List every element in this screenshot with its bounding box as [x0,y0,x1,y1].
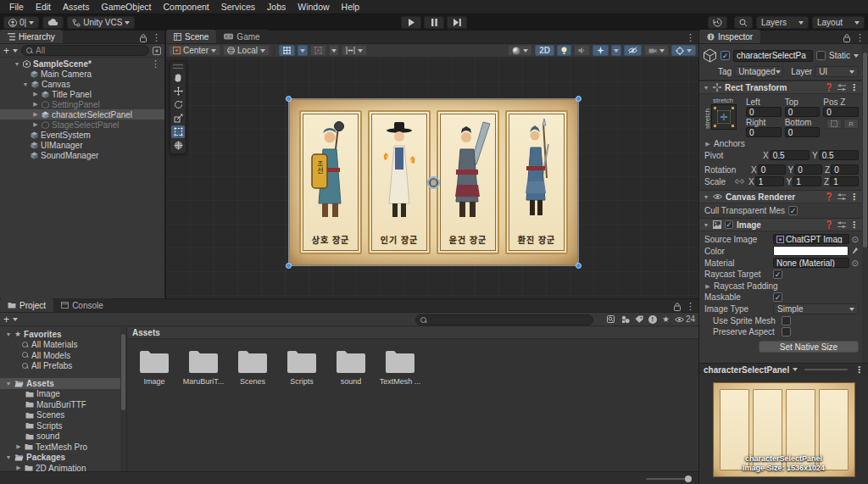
rect-handle-topleft[interactable] [286,96,292,102]
menu-gameobject[interactable]: GameObject [96,2,158,12]
rotation-z-field[interactable]: 0 [831,164,859,175]
packages-root-row[interactable]: ▼ Packages [0,453,126,464]
scale-x-field[interactable]: 1 [755,176,784,186]
foldout-expanded-icon[interactable]: ▼ [5,331,12,337]
posz-field[interactable]: 0 [823,107,859,117]
eyedropper-icon[interactable] [851,247,859,255]
hierarchy-row-selected[interactable]: ▶ characterSelectPanel [0,109,164,120]
static-checkbox[interactable] [816,51,826,60]
foldout-expanded-icon[interactable]: ▼ [22,81,29,87]
preview-header[interactable]: characterSelectPanel ⋮ [699,363,868,376]
inspector-menu-icon[interactable]: ⋮ [855,32,865,43]
raycast-padding-foldout[interactable]: ▶ Raycast Padding [699,280,862,292]
tree-folder[interactable]: Scripts [0,420,126,431]
presets-icon[interactable] [837,221,846,229]
grid-snap-dropdown[interactable] [298,45,308,56]
active-checkbox[interactable]: ✓ [721,51,730,60]
rect-handle-bottomleft[interactable] [286,263,292,269]
component-menu-icon[interactable]: ⋮ [849,220,859,231]
menu-file[interactable]: File [3,2,30,12]
object-picker-icon[interactable]: ⊙ [852,259,859,268]
asset-folder[interactable]: Image [137,349,171,386]
label-icon[interactable] [635,315,643,323]
camera-settings-dropdown[interactable] [644,45,669,56]
menu-assets[interactable]: Assets [57,2,96,12]
foldout-collapsed-icon[interactable]: ▶ [15,465,22,471]
component-menu-icon[interactable]: ⋮ [849,192,859,203]
chevron-down-icon[interactable] [13,318,18,321]
scene-canvas[interactable]: 조선 상호 장군 [166,58,698,298]
raw-edit-button[interactable]: R [843,119,859,129]
character-name[interactable]: 상호 장군 [312,233,350,246]
lock-icon[interactable] [140,34,147,42]
pivot-y-field[interactable]: 0.5 [819,150,859,160]
hierarchy-menu-icon[interactable]: ⋮ [152,32,161,43]
right-field[interactable]: 0 [746,127,782,137]
favorites-item[interactable]: All Prefabs [0,361,126,372]
step-button[interactable] [447,16,467,29]
character-name[interactable]: 윤건 장군 [449,233,487,246]
tag-dropdown[interactable]: Untagged [734,66,783,77]
link-icon[interactable] [735,178,744,185]
rect-tool[interactable] [171,125,185,138]
search-button[interactable] [734,16,753,29]
menu-component[interactable]: Component [157,2,214,12]
maskable-checkbox[interactable]: ✓ [773,292,782,302]
image-header[interactable]: ▼ ✓ Image ❓ ⋮ [699,218,862,231]
foldout-expanded-icon[interactable]: ▼ [14,61,20,67]
left-field[interactable]: 0 [746,107,782,117]
color-swatch[interactable] [773,246,849,256]
rotation-y-field[interactable]: 0 [794,164,822,175]
cull-transparent-checkbox[interactable]: ✓ [788,206,798,215]
menu-jobs[interactable]: Jobs [261,2,292,12]
hierarchy-row[interactable]: SoundManager [0,150,164,160]
inspector-scrollbar[interactable] [862,44,868,376]
tree-folder[interactable]: ▶TextMesh Pro [0,442,126,453]
image-enabled-checkbox[interactable]: ✓ [725,220,733,229]
hierarchy-row-scene[interactable]: ▼ SampleScene* ⋮ [0,58,164,69]
favorite-icon[interactable]: ★ [662,314,670,324]
asset-folder[interactable]: MaruBuriT... [186,349,220,386]
menu-help[interactable]: Help [336,2,366,12]
project-tree-scrollbar[interactable] [120,327,126,471]
favorites-item[interactable]: All Materials [0,340,126,351]
scene-visibility-toggle[interactable] [624,45,642,56]
rect-handle-bottomright[interactable] [576,263,581,269]
hierarchy-row-disabled[interactable]: ▶ SettingPanel [0,99,164,109]
increment-snap-toggle[interactable] [310,45,326,56]
tab-console[interactable]: Console [53,298,111,312]
scene-menu-icon[interactable]: ⋮ [151,58,160,70]
foldout-expanded-icon[interactable]: ▼ [5,454,12,460]
anchor-preset-widget[interactable]: stretch stretch ✛ [703,97,742,137]
play-button[interactable] [401,16,421,29]
presets-icon[interactable] [837,193,846,201]
presets-icon[interactable] [837,84,846,92]
hierarchy-row[interactable]: ▼ Canvas [0,79,164,89]
create-asset-button[interactable]: + [3,315,9,324]
pause-button[interactable] [424,16,444,29]
add-gameobject-button[interactable]: + [3,47,9,55]
scale-y-field[interactable]: 1 [793,176,821,186]
hierarchy-row-disabled[interactable]: ▶ StageSelectPanel [0,120,164,130]
gizmos-dropdown[interactable] [671,45,696,56]
search-window-icon[interactable] [607,315,616,324]
undo-history-button[interactable] [708,16,727,29]
move-tool[interactable] [171,85,185,97]
tab-project[interactable]: Project [0,298,53,312]
lock-icon[interactable] [843,34,850,42]
hierarchy-row[interactable]: Main Camera [0,69,164,79]
project-menu-icon[interactable]: ⋮ [686,301,695,312]
chevron-down-icon[interactable] [13,49,18,53]
character-name[interactable]: 환진 장군 [518,233,556,246]
asset-breadcrumb[interactable]: Assets [127,327,698,339]
visibility-count[interactable]: 24 [675,314,695,324]
scene-lighting-toggle[interactable] [557,45,571,56]
foldout-expanded-icon[interactable]: ▼ [703,85,709,91]
foldout-collapsed-icon[interactable]: ▶ [32,111,39,118]
foldout-collapsed-icon[interactable]: ▶ [32,91,39,97]
sprite-mesh-checkbox[interactable] [782,316,791,325]
tree-folder[interactable]: sound [0,431,126,442]
hierarchy-row[interactable]: ▶ Title Panel [0,89,164,99]
gameobject-name-field[interactable]: characterSelectPa [733,50,813,62]
favorites-item[interactable]: All Models [0,350,126,361]
